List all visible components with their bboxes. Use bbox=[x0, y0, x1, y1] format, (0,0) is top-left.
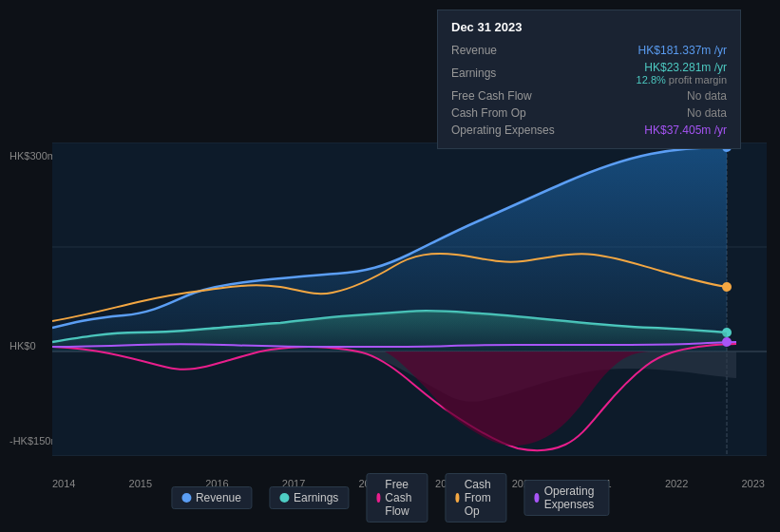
profit-margin: 12.8% profit margin bbox=[637, 74, 727, 86]
legend-label-cashfromop: Cash From Op bbox=[465, 478, 497, 518]
earnings-label: Earnings bbox=[451, 66, 575, 80]
earnings-value: HK$23.281m /yr bbox=[637, 61, 727, 74]
legend-dot-opex bbox=[534, 493, 539, 503]
legend-label-earnings: Earnings bbox=[294, 491, 338, 504]
tooltip-row-revenue: Revenue HK$181.337m /yr bbox=[451, 42, 727, 59]
cashfromop-label: Cash From Op bbox=[451, 106, 575, 120]
tooltip-row-fcf: Free Cash Flow No data bbox=[451, 87, 727, 104]
legend-dot-revenue bbox=[181, 493, 191, 503]
fcf-label: Free Cash Flow bbox=[451, 89, 575, 103]
revenue-label: Revenue bbox=[451, 44, 575, 57]
tooltip-box: Dec 31 2023 Revenue HK$181.337m /yr Earn… bbox=[437, 10, 741, 149]
legend-dot-earnings bbox=[279, 493, 289, 503]
y-label-0: HK$0 bbox=[10, 340, 36, 352]
legend-label-revenue: Revenue bbox=[196, 491, 241, 504]
legend-item-revenue[interactable]: Revenue bbox=[171, 486, 252, 509]
legend-item-opex[interactable]: Operating Expenses bbox=[523, 480, 609, 516]
legend-label-opex: Operating Expenses bbox=[544, 484, 599, 511]
x-label-2015: 2015 bbox=[129, 478, 152, 489]
legend-item-earnings[interactable]: Earnings bbox=[269, 486, 349, 509]
legend-dot-fcf bbox=[376, 493, 380, 503]
cashfromop-value: No data bbox=[687, 106, 727, 120]
opex-label: Operating Expenses bbox=[451, 124, 575, 137]
tooltip-title: Dec 31 2023 bbox=[451, 20, 727, 34]
chart-svg bbox=[52, 142, 767, 456]
x-label-2023: 2023 bbox=[741, 478, 764, 489]
x-label-2022: 2022 bbox=[665, 478, 688, 489]
x-label-2014: 2014 bbox=[52, 478, 75, 489]
legend-item-fcf[interactable]: Free Cash Flow bbox=[366, 473, 428, 522]
legend-item-cashfromop[interactable]: Cash From Op bbox=[445, 473, 506, 522]
tooltip-row-opex: Operating Expenses HK$37.405m /yr bbox=[451, 122, 727, 139]
y-label-300: HK$300m bbox=[10, 150, 56, 162]
tooltip-row-cashfromop: Cash From Op No data bbox=[451, 104, 727, 122]
legend-dot-cashfromop bbox=[455, 493, 459, 503]
opex-value: HK$37.405m /yr bbox=[644, 124, 727, 137]
tooltip-row-earnings: Earnings HK$23.281m /yr 12.8% profit mar… bbox=[451, 59, 727, 87]
chart-legend: Revenue Earnings Free Cash Flow Cash Fro… bbox=[171, 473, 609, 522]
svg-point-9 bbox=[722, 337, 732, 347]
revenue-value: HK$181.337m /yr bbox=[638, 44, 727, 57]
chart-container: Dec 31 2023 Revenue HK$181.337m /yr Earn… bbox=[0, 0, 780, 532]
legend-label-fcf: Free Cash Flow bbox=[385, 478, 417, 518]
svg-point-10 bbox=[722, 282, 732, 292]
fcf-value: No data bbox=[687, 89, 727, 103]
